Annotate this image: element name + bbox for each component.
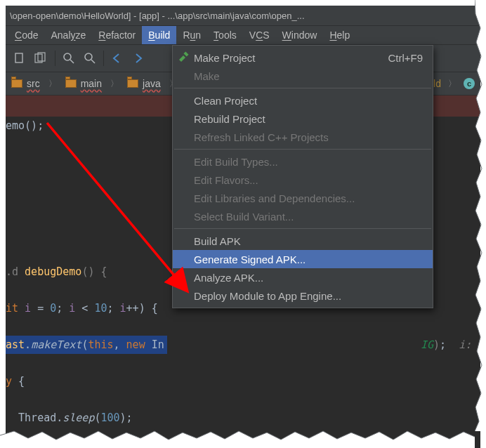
- menu-edit-libraries: Edit Libraries and Dependencies...: [173, 189, 433, 207]
- svg-rect-0: [15, 53, 22, 62]
- menu-item-label: Edit Flavors...: [194, 174, 258, 186]
- menu-item-label: Make: [194, 70, 220, 82]
- menu-item-label: Refresh Linked C++ Projects: [194, 131, 329, 143]
- svg-line-6: [91, 60, 95, 63]
- hammer-icon: [177, 51, 190, 64]
- menu-separator: [174, 228, 431, 229]
- menu-separator: [174, 88, 431, 88]
- menu-item-label: Edit Build Types...: [194, 156, 278, 168]
- chevron-right-icon: 〉: [48, 78, 57, 90]
- class-badge-icon: c: [464, 78, 475, 89]
- title-bar: \open-open\demo\HelloWorld] - [app] - ..…: [6, 6, 480, 26]
- menu-window[interactable]: Window: [276, 26, 324, 44]
- svg-point-3: [64, 53, 71, 60]
- menu-refactor[interactable]: Refactor: [92, 26, 142, 44]
- zoom-out-icon[interactable]: [81, 49, 99, 67]
- menu-item-label: Rebuild Project: [194, 113, 265, 125]
- menu-build-apk[interactable]: Build APK: [173, 232, 433, 250]
- menu-tools[interactable]: Tools: [207, 26, 243, 44]
- menu-make-project[interactable]: Make Project Ctrl+F9: [173, 48, 433, 67]
- menu-vcs[interactable]: VCS: [243, 26, 276, 44]
- save-all-icon[interactable]: [32, 49, 51, 67]
- menu-item-label: Generate Signed APK...: [194, 253, 306, 265]
- crumb-java[interactable]: java: [127, 78, 161, 89]
- menu-item-label: Make Project: [194, 52, 256, 64]
- menu-item-label: Build APK: [194, 235, 241, 247]
- menu-separator: [174, 149, 431, 150]
- menu-bar[interactable]: Code Analyze Refactor Build Run Tools VC…: [6, 26, 480, 45]
- menu-select-variant: Select Build Variant...: [173, 207, 433, 225]
- chevron-right-icon: 〉: [110, 78, 119, 90]
- menu-code[interactable]: Code: [8, 26, 44, 44]
- svg-point-5: [85, 53, 92, 60]
- forward-icon[interactable]: [129, 49, 147, 67]
- menu-item-label: Edit Libraries and Dependencies...: [194, 192, 355, 204]
- crumb-label: main: [81, 78, 102, 89]
- folder-icon: [65, 79, 77, 88]
- menu-deploy-app-engine[interactable]: Deploy Module to App Engine...: [173, 286, 433, 305]
- menu-item-shortcut: Ctrl+F9: [388, 52, 423, 64]
- menu-edit-flavors: Edit Flavors...: [173, 171, 433, 189]
- menu-edit-build-types: Edit Build Types...: [173, 152, 433, 171]
- menu-analyze[interactable]: Analyze: [44, 26, 92, 44]
- toolbar-separator: [103, 51, 104, 66]
- folder-icon: [127, 79, 138, 88]
- menu-help[interactable]: Help: [323, 26, 356, 44]
- chevron-right-icon: 〉: [448, 78, 457, 90]
- open-file-icon[interactable]: [11, 49, 29, 67]
- crumb-main[interactable]: main: [65, 78, 102, 89]
- menu-analyze-apk[interactable]: Analyze APK...: [173, 268, 433, 286]
- menu-item-label: Select Build Variant...: [194, 211, 294, 223]
- zoom-in-icon[interactable]: [60, 49, 78, 67]
- menu-run[interactable]: Run: [176, 26, 207, 44]
- menu-item-label: Clean Project: [194, 95, 257, 107]
- build-menu-dropdown[interactable]: Make Project Ctrl+F9 Make Clean Project …: [172, 45, 433, 308]
- menu-rebuild-project[interactable]: Rebuild Project: [173, 110, 433, 128]
- toolbar-separator: [55, 51, 55, 66]
- folder-icon: [11, 79, 22, 88]
- menu-build[interactable]: Build: [142, 26, 176, 44]
- svg-line-4: [70, 60, 74, 63]
- menu-clean-project[interactable]: Clean Project: [173, 91, 433, 110]
- menu-item-label: Analyze APK...: [194, 272, 263, 284]
- crumb-label: java: [143, 78, 161, 89]
- window-title: \open-open\demo\HelloWorld] - [app] - ..…: [10, 11, 305, 21]
- menu-refresh-cpp: Refresh Linked C++ Projects: [173, 128, 433, 146]
- menu-item-label: Deploy Module to App Engine...: [194, 290, 341, 302]
- svg-rect-7: [183, 51, 188, 56]
- crumb-src[interactable]: src: [11, 78, 40, 89]
- back-icon[interactable]: [108, 49, 126, 67]
- crumb-label: src: [27, 78, 40, 89]
- menu-make: Make: [173, 67, 433, 85]
- menu-generate-signed-apk[interactable]: Generate Signed APK...: [173, 250, 433, 268]
